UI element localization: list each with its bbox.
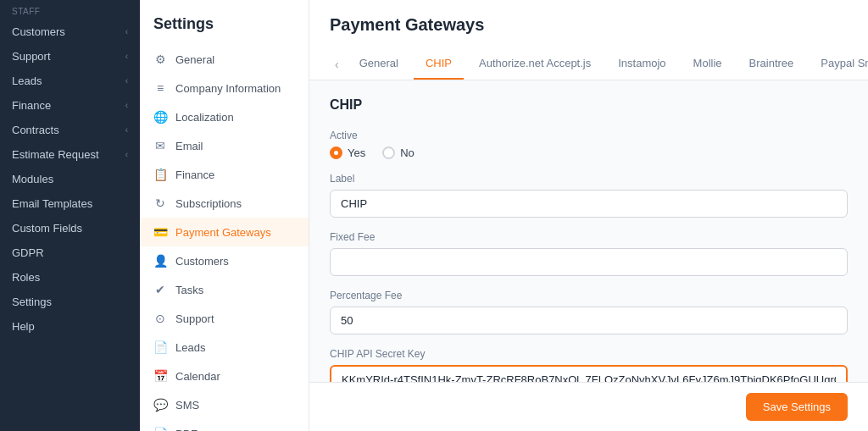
percentage-fee-group: Percentage Fee	[330, 290, 848, 334]
radio-yes-label: Yes	[348, 146, 365, 159]
nav-item-label: Localization	[175, 111, 234, 124]
radio-yes-dot	[330, 146, 342, 159]
nav-item-leads[interactable]: 📄 Leads	[140, 333, 309, 362]
label-input[interactable]	[330, 190, 848, 218]
leads-icon: 📄	[153, 340, 167, 354]
payment-icon: 💳	[153, 225, 167, 239]
radio-no-dot	[382, 146, 395, 159]
customers-icon: 👤	[153, 254, 167, 268]
nav-item-subscriptions[interactable]: ↻ Subscriptions	[140, 189, 309, 218]
nav-item-company-information[interactable]: ≡ Company Information	[140, 74, 309, 102]
chevron-icon: ‹	[125, 27, 128, 36]
subscriptions-icon: ↻	[153, 196, 167, 210]
list-icon: ≡	[153, 81, 167, 95]
content-area: CHIP Active Yes No Label Fixed Fee	[309, 80, 868, 382]
nav-item-sms[interactable]: 💬 SMS	[140, 390, 309, 419]
chevron-icon: ‹	[125, 52, 128, 61]
sidebar-item-customers[interactable]: Customers ‹	[0, 19, 140, 44]
radio-yes[interactable]: Yes	[330, 146, 365, 159]
nav-item-tasks[interactable]: ✔ Tasks	[140, 275, 309, 304]
fixed-fee-input[interactable]	[330, 248, 848, 276]
settings-nav: Settings ⚙ General ≡ Company Information…	[140, 0, 309, 431]
nav-item-label: Customers	[175, 255, 229, 268]
sidebar-item-contracts[interactable]: Contracts ‹	[0, 118, 140, 142]
sidebar-item-modules[interactable]: Modules	[0, 167, 140, 191]
nav-item-finance[interactable]: 📋 Finance	[140, 160, 309, 189]
chip-section-title: CHIP	[330, 97, 848, 113]
email-icon: ✉	[153, 139, 167, 152]
radio-no[interactable]: No	[382, 146, 415, 159]
fixed-fee-group: Fixed Fee	[330, 231, 848, 276]
nav-item-customers[interactable]: 👤 Customers	[140, 246, 309, 275]
sidebar-item-custom-fields[interactable]: Custom Fields	[0, 216, 140, 240]
nav-item-label: Finance	[175, 169, 214, 181]
sidebar-section-label: Staff	[0, 0, 140, 19]
sidebar-item-help[interactable]: Help	[0, 314, 140, 339]
gear-icon: ⚙	[153, 52, 167, 66]
chevron-icon: ‹	[125, 76, 128, 86]
tab-mollie[interactable]: Mollie	[682, 48, 734, 80]
tab-braintree[interactable]: Braintree	[737, 48, 806, 80]
nav-item-label: Email	[175, 140, 203, 152]
nav-item-label: SMS	[175, 399, 199, 412]
percentage-fee-input[interactable]	[330, 307, 848, 334]
active-label: Active	[330, 130, 848, 141]
active-radio-group: Yes No	[330, 146, 848, 159]
sidebar-item-gdpr[interactable]: GDPR	[0, 240, 140, 265]
chevron-icon: ‹	[125, 101, 128, 110]
sidebar: Staff Customers ‹ Support ‹ Leads ‹ Fina…	[0, 0, 140, 431]
tasks-icon: ✔	[153, 283, 167, 296]
nav-item-label: Support	[175, 312, 214, 325]
nav-item-payment-gateways[interactable]: 💳 Payment Gateways	[140, 218, 309, 246]
active-group: Active Yes No	[330, 130, 848, 159]
sidebar-item-finance[interactable]: Finance ‹	[0, 93, 140, 118]
pdf-icon: 📄	[153, 427, 167, 431]
nav-item-label: Leads	[175, 341, 205, 354]
fixed-fee-label: Fixed Fee	[330, 231, 848, 243]
support-icon: ⊙	[153, 312, 167, 325]
tab-paypal-smart[interactable]: Paypal Smart Checkout	[809, 48, 868, 80]
nav-item-calendar[interactable]: 📅 Calendar	[140, 362, 309, 390]
nav-item-label: Subscriptions	[175, 197, 242, 210]
api-secret-key-group: CHIP API Secret Key	[330, 348, 848, 382]
tab-authorize[interactable]: Authorize.net Accept.js	[467, 48, 603, 80]
save-settings-button[interactable]: Save Settings	[746, 393, 848, 421]
tabs-bar: ‹ General CHIP Authorize.net Accept.js I…	[309, 48, 868, 80]
finance-icon: 📋	[153, 168, 167, 181]
api-secret-key-label: CHIP API Secret Key	[330, 348, 848, 360]
nav-item-label: Tasks	[175, 284, 203, 296]
chevron-icon: ‹	[125, 125, 128, 135]
sidebar-item-leads[interactable]: Leads ‹	[0, 69, 140, 93]
sidebar-item-settings[interactable]: Settings	[0, 290, 140, 314]
nav-item-label: PDF	[175, 428, 198, 432]
nav-item-label: Payment Gateways	[175, 226, 271, 239]
radio-no-label: No	[400, 146, 415, 159]
calendar-icon: 📅	[153, 369, 167, 383]
nav-item-localization[interactable]: 🌐 Localization	[140, 102, 309, 131]
nav-item-pdf[interactable]: 📄 PDF	[140, 419, 309, 431]
api-secret-key-input[interactable]	[330, 365, 848, 382]
sidebar-item-estimate-request[interactable]: Estimate Request ‹	[0, 142, 140, 167]
sms-icon: 💬	[153, 398, 167, 412]
nav-item-general[interactable]: ⚙ General	[140, 45, 309, 74]
page-title: Payment Gateways	[330, 15, 848, 35]
nav-item-email[interactable]: ✉ Email	[140, 131, 309, 160]
label-field-label: Label	[330, 173, 848, 185]
sidebar-item-email-templates[interactable]: Email Templates	[0, 191, 140, 216]
nav-item-label: Company Information	[175, 82, 281, 95]
settings-nav-title: Settings	[140, 0, 309, 45]
label-group: Label	[330, 173, 848, 218]
tab-instamojo[interactable]: Instamojo	[606, 48, 677, 80]
tab-general[interactable]: General	[348, 48, 410, 80]
nav-item-support[interactable]: ⊙ Support	[140, 304, 309, 333]
nav-item-label: General	[175, 53, 214, 66]
sidebar-item-roles[interactable]: Roles	[0, 265, 140, 290]
tabs-prev-arrow[interactable]: ‹	[330, 51, 344, 78]
tab-chip[interactable]: CHIP	[414, 48, 464, 80]
sidebar-item-support[interactable]: Support ‹	[0, 44, 140, 69]
chevron-icon: ‹	[125, 150, 128, 159]
percentage-fee-label: Percentage Fee	[330, 290, 848, 301]
nav-item-label: Calendar	[175, 370, 220, 383]
page-footer: Save Settings	[309, 382, 868, 431]
globe-icon: 🌐	[153, 110, 167, 124]
